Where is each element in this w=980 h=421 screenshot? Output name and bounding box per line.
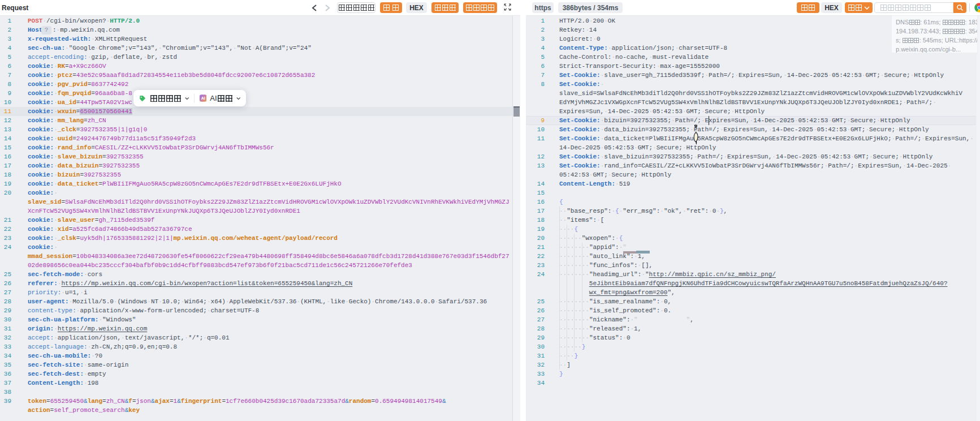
svg-text:AI: AI	[201, 96, 205, 100]
